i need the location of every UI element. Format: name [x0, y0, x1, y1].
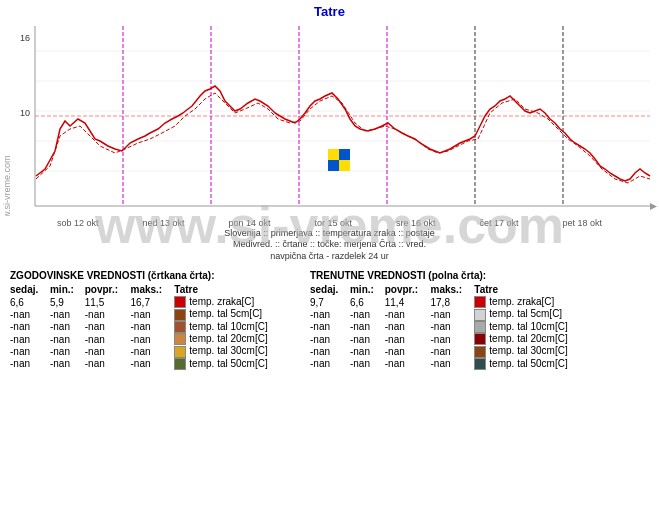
cell-label: temp. tal 30cm[C] [474, 345, 590, 357]
cell-povpr: -nan [385, 321, 431, 333]
cell-sedaj: -nan [310, 358, 350, 370]
current-section: TRENUTNE VREDNOSTI (polna črta): sedaj. … [300, 264, 600, 372]
cell-label: temp. tal 20cm[C] [474, 333, 590, 345]
cell-min: -nan [350, 358, 385, 370]
cell-maks: -nan [431, 345, 475, 357]
cell-sedaj: -nan [310, 308, 350, 320]
cell-min: 6,6 [350, 296, 385, 308]
cell-min: -nan [350, 345, 385, 357]
cell-label: temp. tal 10cm[C] [474, 321, 590, 333]
cell-maks: -nan [131, 333, 175, 345]
x-label-3: tor 15 okt [314, 218, 352, 228]
cell-povpr: 11,4 [385, 296, 431, 308]
color-swatch [174, 358, 186, 370]
cell-min: -nan [350, 333, 385, 345]
table-row: -nan -nan -nan -nan temp. tal 50cm[C] [310, 358, 590, 370]
cell-sedaj: -nan [10, 345, 50, 357]
cell-maks: -nan [431, 321, 475, 333]
cell-maks: -nan [131, 345, 175, 357]
color-swatch [174, 333, 186, 345]
sidebar-text: www.si-vreme.com [2, 51, 12, 216]
x-label-0: sob 12 okt [57, 218, 99, 228]
table-row: -nan -nan -nan -nan temp. tal 30cm[C] [10, 345, 290, 357]
legend-line2: Medivred. :: črtane :: točke: merjena Čr… [0, 239, 659, 250]
legend-line1: Slovenija :: primerjava :: temperatura z… [0, 228, 659, 239]
color-swatch [174, 321, 186, 333]
cell-povpr: -nan [385, 308, 431, 320]
table-row: -nan -nan -nan -nan temp. tal 20cm[C] [310, 333, 590, 345]
cell-povpr: -nan [385, 358, 431, 370]
cell-povpr: -nan [85, 321, 131, 333]
cell-min: -nan [350, 308, 385, 320]
x-label-1: ned 13 okt [142, 218, 184, 228]
cell-povpr: -nan [385, 333, 431, 345]
cell-min: -nan [50, 358, 85, 370]
svg-text:10: 10 [20, 108, 30, 118]
cell-maks: -nan [431, 308, 475, 320]
chart-svg: 16 10 [0, 21, 659, 216]
cell-label: temp. tal 50cm[C] [174, 358, 290, 370]
chart-area: www.si-vreme.com 16 10 [0, 21, 659, 216]
cell-sedaj: -nan [310, 321, 350, 333]
cell-min: 5,9 [50, 296, 85, 308]
svg-text:16: 16 [20, 33, 30, 43]
cell-sedaj: -nan [310, 345, 350, 357]
color-swatch [474, 309, 486, 321]
x-label-4: sre 16 okt [396, 218, 436, 228]
svg-rect-19 [328, 149, 339, 160]
cur-col-povpr: povpr.: [385, 284, 431, 296]
color-swatch [474, 358, 486, 370]
cell-min: -nan [50, 345, 85, 357]
historical-table: sedaj. min.: povpr.: maks.: Tatre 6,6 5,… [10, 284, 290, 370]
cell-min: -nan [50, 308, 85, 320]
table-row: -nan -nan -nan -nan temp. tal 5cm[C] [10, 308, 290, 320]
historical-section: ZGODOVINSKE VREDNOSTI (črtkana črta): se… [0, 264, 300, 372]
cell-maks: 17,8 [431, 296, 475, 308]
cell-sedaj: -nan [10, 333, 50, 345]
cell-label: temp. tal 50cm[C] [474, 358, 590, 370]
cur-col-sedaj: sedaj. [310, 284, 350, 296]
cell-povpr: -nan [85, 333, 131, 345]
cur-col-maks: maks.: [431, 284, 475, 296]
cell-povpr: -nan [85, 308, 131, 320]
cur-col-tatre: Tatre [474, 284, 590, 296]
col-sedaj: sedaj. [10, 284, 50, 296]
svg-rect-0 [35, 21, 650, 206]
current-table: sedaj. min.: povpr.: maks.: Tatre 9,7 6,… [310, 284, 590, 370]
x-axis-labels: sob 12 okt ned 13 okt pon 14 okt tor 15 … [0, 216, 659, 228]
cell-povpr: -nan [85, 345, 131, 357]
table-row: 6,6 5,9 11,5 16,7 temp. zraka[C] [10, 296, 290, 308]
cell-sedaj: -nan [10, 358, 50, 370]
cell-sedaj: 6,6 [10, 296, 50, 308]
cell-label: temp. zraka[C] [174, 296, 290, 308]
cell-sedaj: -nan [310, 333, 350, 345]
current-header: TRENUTNE VREDNOSTI (polna črta): [310, 270, 590, 281]
table-row: -nan -nan -nan -nan temp. tal 20cm[C] [10, 333, 290, 345]
table-row: -nan -nan -nan -nan temp. tal 30cm[C] [310, 345, 590, 357]
col-povpr: povpr.: [85, 284, 131, 296]
cell-min: -nan [350, 321, 385, 333]
nav-line: navpična črta - razdelek 24 ur [0, 250, 659, 262]
cell-label: temp. tal 20cm[C] [174, 333, 290, 345]
cell-maks: -nan [431, 333, 475, 345]
table-row: 9,7 6,6 11,4 17,8 temp. zraka[C] [310, 296, 590, 308]
color-swatch [174, 296, 186, 308]
color-swatch [474, 346, 486, 358]
cell-maks: -nan [131, 358, 175, 370]
cell-min: -nan [50, 321, 85, 333]
svg-marker-9 [650, 203, 657, 210]
cell-maks: -nan [131, 308, 175, 320]
table-row: -nan -nan -nan -nan temp. tal 10cm[C] [10, 321, 290, 333]
col-tatre: Tatre [174, 284, 290, 296]
table-row: -nan -nan -nan -nan temp. tal 5cm[C] [310, 308, 590, 320]
color-swatch [474, 321, 486, 333]
color-swatch [474, 333, 486, 345]
cell-min: -nan [50, 333, 85, 345]
table-row: -nan -nan -nan -nan temp. tal 10cm[C] [310, 321, 590, 333]
cell-sedaj: 9,7 [310, 296, 350, 308]
data-tables: ZGODOVINSKE VREDNOSTI (črtkana črta): se… [0, 264, 659, 372]
svg-rect-20 [339, 160, 350, 171]
cell-povpr: -nan [385, 345, 431, 357]
cell-sedaj: -nan [10, 308, 50, 320]
color-swatch [474, 296, 486, 308]
